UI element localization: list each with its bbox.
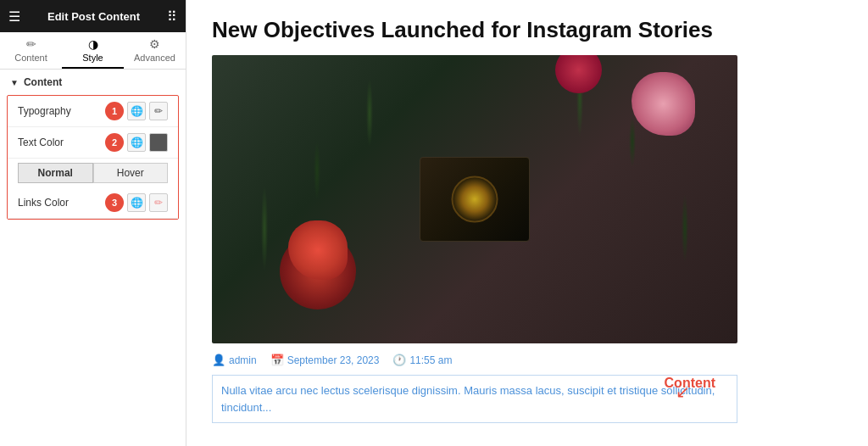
grid-icon[interactable]: ⠿: [167, 8, 177, 25]
text-color-label: Text Color: [18, 137, 105, 148]
top-bar: ☰ Edit Post Content ⠿: [0, 0, 186, 32]
clock-icon: 🕐: [392, 354, 406, 366]
meta-author: 👤 admin: [212, 354, 257, 366]
links-color-badge: 3: [105, 193, 124, 212]
panel-title: Edit Post Content: [47, 10, 140, 23]
left-panel: ☰ Edit Post Content ⠿ ✏ Content ◑ Style …: [0, 0, 186, 446]
hover-toggle-btn[interactable]: Hover: [93, 163, 169, 183]
text-color-controls: 2 🌐: [105, 133, 168, 152]
meta-date: 📅 September 23, 2023: [270, 354, 380, 366]
text-color-globe-btn[interactable]: 🌐: [127, 133, 146, 152]
style-tab-label: Style: [82, 53, 103, 63]
links-color-edit-btn[interactable]: ✏: [149, 193, 168, 212]
links-color-controls: 3 🌐 ✏: [105, 193, 168, 212]
typography-row: Typography 1 🌐 ✏: [8, 96, 178, 127]
content-tab-icon: ✏: [26, 37, 36, 51]
tab-advanced[interactable]: ⚙ Advanced: [124, 32, 186, 69]
meta-time: 🕐 11:55 am: [392, 354, 452, 366]
content-tab-label: Content: [14, 53, 47, 63]
style-tab-icon: ◑: [88, 37, 98, 51]
post-meta: 👤 admin 📅 September 23, 2023 🕐 11:55 am: [212, 354, 843, 366]
advanced-tab-label: Advanced: [134, 53, 175, 63]
typography-globe-btn[interactable]: 🌐: [127, 102, 146, 120]
tab-bar: ✏ Content ◑ Style ⚙ Advanced: [0, 32, 186, 70]
links-color-globe-btn[interactable]: 🌐: [127, 193, 146, 212]
typography-label: Typography: [18, 105, 105, 117]
content-section-header[interactable]: ▼ Content: [0, 70, 186, 95]
normal-hover-toggle: Normal Hover: [8, 159, 178, 187]
section-label: Content: [24, 76, 62, 88]
right-content: New Objectives Launched for Instagram St…: [186, 0, 868, 446]
calendar-icon: 📅: [270, 354, 284, 366]
text-color-row: Text Color 2 🌐: [8, 127, 178, 159]
tab-style[interactable]: ◑ Style: [62, 32, 124, 69]
hamburger-icon[interactable]: ☰: [8, 8, 20, 25]
typography-badge: 1: [105, 102, 124, 120]
typography-edit-btn[interactable]: ✏: [149, 102, 168, 120]
post-date: September 23, 2023: [287, 354, 380, 366]
links-color-row: Links Color 3 🌐 ✏: [8, 187, 178, 219]
panel-content-area: Typography 1 🌐 ✏ Text Color 2 🌐 Normal H…: [7, 95, 179, 220]
post-title: New Objectives Launched for Instagram St…: [212, 17, 843, 43]
tab-content[interactable]: ✏ Content: [0, 32, 62, 69]
post-image: [212, 55, 737, 343]
links-color-label: Links Color: [18, 197, 105, 209]
flower-red-icon: [280, 233, 356, 309]
author-icon: 👤: [212, 354, 225, 366]
camera-body-icon: [420, 157, 530, 242]
author-name: admin: [229, 354, 257, 366]
advanced-tab-icon: ⚙: [149, 37, 160, 51]
section-arrow-icon: ▼: [10, 78, 19, 87]
typography-controls: 1 🌐 ✏: [105, 102, 168, 120]
text-color-badge: 2: [105, 133, 124, 152]
text-color-swatch[interactable]: [149, 133, 168, 152]
camera-lens-icon: [452, 176, 498, 223]
content-annotation-arrow: ↙: [676, 382, 690, 402]
post-excerpt: Nulla vitae arcu nec lectus scelerisque …: [212, 375, 737, 423]
post-time: 11:55 am: [409, 354, 452, 366]
normal-toggle-btn[interactable]: Normal: [18, 163, 93, 183]
